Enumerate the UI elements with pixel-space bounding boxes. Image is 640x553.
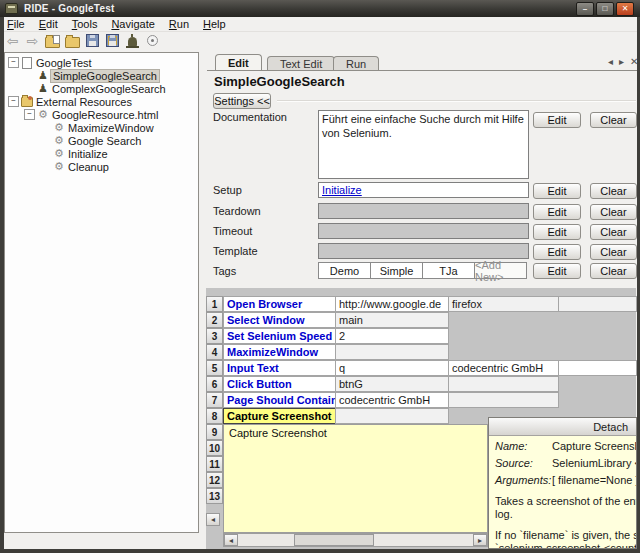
expand-collapse-icon[interactable]: − bbox=[8, 96, 19, 107]
add-new-tag-cell[interactable]: <Add New> bbox=[474, 262, 527, 279]
row-number[interactable]: 4 bbox=[206, 344, 223, 360]
keyword-cell[interactable]: Click Button bbox=[223, 376, 336, 392]
setup-keyword-link[interactable]: Initialize bbox=[322, 184, 362, 196]
teardown-field bbox=[318, 203, 529, 219]
row-number[interactable]: 12 bbox=[206, 472, 223, 488]
edit-button[interactable]: Edit bbox=[533, 183, 581, 199]
grid-scroll-left-icon[interactable]: ◂ bbox=[206, 513, 220, 526]
keyword-cell[interactable]: Input Text bbox=[223, 360, 336, 376]
row-number[interactable]: 5 bbox=[206, 360, 223, 376]
argument-cell[interactable] bbox=[448, 392, 559, 408]
save-icon[interactable] bbox=[84, 33, 101, 48]
minimize-button[interactable]: – bbox=[576, 2, 594, 16]
tree-item-external-resources[interactable]: −External Resources bbox=[5, 95, 198, 108]
record-icon[interactable] bbox=[144, 33, 161, 48]
doc-field-value: Capture Screenshot bbox=[552, 440, 636, 453]
keyword-cell[interactable]: MaximizeWindow bbox=[223, 344, 336, 360]
close-button[interactable]: ✕ bbox=[616, 2, 634, 16]
keyword-cell[interactable]: Select Window bbox=[223, 312, 336, 328]
tab-scroll-right-icon[interactable]: ▸ bbox=[619, 56, 624, 67]
argument-cell[interactable] bbox=[335, 344, 449, 360]
scroll-left-icon[interactable]: ◂ bbox=[224, 534, 238, 546]
clear-button[interactable]: Clear bbox=[590, 112, 637, 128]
tab-scroll-left-icon[interactable]: ◂ bbox=[608, 56, 613, 67]
menu-help[interactable]: Help bbox=[196, 18, 233, 30]
edit-button[interactable]: Edit bbox=[533, 224, 581, 240]
argument-cell[interactable] bbox=[335, 408, 449, 424]
menu-run[interactable]: Run bbox=[162, 18, 196, 30]
argument-cell[interactable] bbox=[558, 296, 637, 312]
row-number[interactable]: 1 bbox=[206, 296, 223, 312]
row-number[interactable]: 7 bbox=[206, 392, 223, 408]
keyword-cell[interactable]: Open Browser bbox=[223, 296, 336, 312]
keyword-cell[interactable]: Capture Screenshot bbox=[223, 408, 336, 424]
tree-item-initialize[interactable]: ⚙Initialize bbox=[5, 147, 198, 160]
tab-edit[interactable]: Edit bbox=[215, 54, 262, 70]
setup-field[interactable]: Initialize bbox=[318, 182, 529, 198]
argument-cell[interactable]: main bbox=[335, 312, 449, 328]
argument-cell[interactable] bbox=[448, 376, 559, 392]
argument-cell[interactable]: firefox bbox=[448, 296, 559, 312]
argument-cell[interactable]: 2 bbox=[335, 328, 449, 344]
tree-item-googletest[interactable]: −GoogleTest bbox=[5, 56, 198, 69]
edit-button[interactable]: Edit bbox=[533, 204, 581, 220]
tree-item-google-search[interactable]: ⚙Google Search bbox=[5, 134, 198, 147]
run-bell-icon[interactable] bbox=[124, 33, 141, 48]
row-number[interactable]: 9 bbox=[206, 424, 223, 440]
clear-button[interactable]: Clear bbox=[590, 224, 637, 240]
scroll-right-icon[interactable]: ▸ bbox=[473, 534, 487, 546]
argument-cell[interactable]: http://www.google.de bbox=[335, 296, 449, 312]
argument-cell[interactable]: codecentric GmbH bbox=[335, 392, 449, 408]
maximize-button[interactable]: □ bbox=[596, 2, 614, 16]
autocomplete-item[interactable]: Capture Screenshot bbox=[224, 425, 487, 440]
argument-cell[interactable]: codecentric GmbH bbox=[448, 360, 559, 376]
row-number[interactable]: 2 bbox=[206, 312, 223, 328]
documentation-field[interactable]: Führt eine einfache Suche durch mit Hilf… bbox=[318, 110, 529, 179]
forward-icon[interactable]: ⇨ bbox=[24, 33, 41, 48]
clear-button[interactable]: Clear bbox=[590, 204, 637, 220]
argument-cell[interactable]: btnG bbox=[335, 376, 449, 392]
tag-cell[interactable]: TJa bbox=[422, 262, 475, 279]
tree-item-complexgooglesearch[interactable]: ♟ComplexGoogleSearch bbox=[5, 82, 198, 95]
tab-text-edit[interactable]: Text Edit bbox=[267, 56, 335, 70]
settings-toggle-button[interactable]: Settings << bbox=[213, 93, 271, 109]
tag-cell[interactable]: Demo bbox=[318, 262, 371, 279]
row-number[interactable]: 11 bbox=[206, 456, 223, 472]
tree-item-cleanup[interactable]: ⚙Cleanup bbox=[5, 160, 198, 173]
detach-button[interactable]: Detach bbox=[593, 421, 628, 433]
row-number[interactable]: 13 bbox=[206, 488, 223, 504]
keyword-cell[interactable]: Set Selenium Speed bbox=[223, 328, 336, 344]
open-suite-icon[interactable] bbox=[44, 33, 61, 48]
expand-collapse-icon[interactable]: − bbox=[24, 109, 35, 120]
open-directory-icon[interactable] bbox=[64, 33, 81, 48]
clear-button[interactable]: Clear bbox=[590, 244, 637, 260]
tree-item-googleresource-html[interactable]: −⚙GoogleResource.html bbox=[5, 108, 198, 121]
tree-item-simplegooglesearch[interactable]: ♟SimpleGoogleSearch bbox=[5, 69, 198, 82]
row-number[interactable]: 10 bbox=[206, 440, 223, 456]
clear-button[interactable]: Clear bbox=[590, 263, 637, 279]
edit-button[interactable]: Edit bbox=[533, 263, 581, 279]
title-bar[interactable]: RIDE - GoogleTest – □ ✕ bbox=[0, 0, 640, 17]
tree-item-maximizewindow[interactable]: ⚙MaximizeWindow bbox=[5, 121, 198, 134]
tab-run[interactable]: Run bbox=[333, 56, 379, 70]
menu-edit[interactable]: Edit bbox=[32, 18, 65, 30]
edit-button[interactable]: Edit bbox=[533, 244, 581, 260]
clear-button[interactable]: Clear bbox=[590, 183, 637, 199]
scrollbar-thumb[interactable] bbox=[294, 534, 374, 546]
doc-field-label: Name: bbox=[495, 440, 552, 453]
timeout-field bbox=[318, 223, 529, 239]
save-all-icon[interactable] bbox=[104, 33, 121, 48]
back-icon[interactable]: ⇦ bbox=[4, 33, 21, 48]
menu-file[interactable]: File bbox=[0, 18, 32, 30]
expand-collapse-icon[interactable]: − bbox=[8, 57, 19, 68]
menu-navigate[interactable]: Navigate bbox=[104, 18, 161, 30]
edit-button[interactable]: Edit bbox=[533, 112, 581, 128]
keyword-cell[interactable]: Page Should Contain bbox=[223, 392, 336, 408]
row-number[interactable]: 8 bbox=[206, 408, 223, 424]
menu-tools[interactable]: Tools bbox=[65, 18, 105, 30]
tag-cell[interactable]: Simple bbox=[370, 262, 423, 279]
row-number[interactable]: 6 bbox=[206, 376, 223, 392]
row-number[interactable]: 3 bbox=[206, 328, 223, 344]
argument-cell[interactable]: q bbox=[335, 360, 449, 376]
argument-cell[interactable] bbox=[558, 360, 637, 376]
